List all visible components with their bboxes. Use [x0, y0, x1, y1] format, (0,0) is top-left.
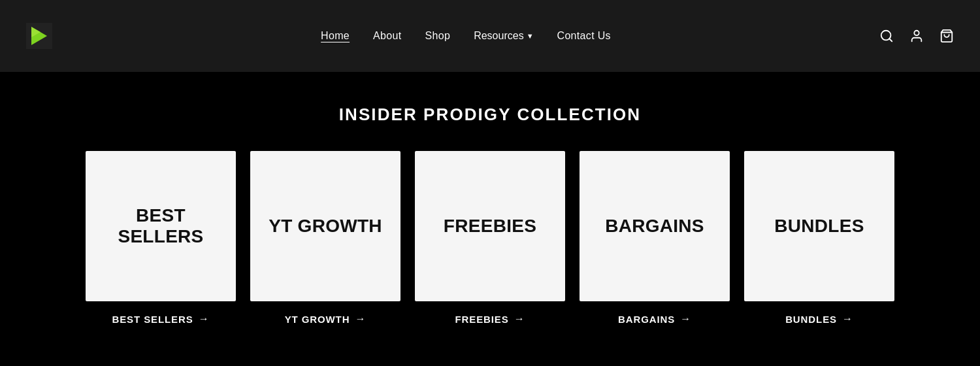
nav-shop[interactable]: Shop: [425, 30, 451, 42]
collection-card-freebies: FREEBIES: [415, 151, 565, 301]
section-title: INSIDER PRODIGY COLLECTION: [52, 105, 928, 125]
main-content: INSIDER PRODIGY COLLECTION BEST SELLERS …: [0, 72, 980, 364]
site-header: Home About Shop Resources ▼ Contact Us: [0, 0, 980, 72]
collection-item-best-sellers[interactable]: BEST SELLERS BEST SELLERS →: [86, 151, 236, 325]
nav-home[interactable]: Home: [321, 30, 350, 42]
collection-link-yt-growth[interactable]: YT GROWTH →: [285, 313, 367, 325]
main-nav: Home About Shop Resources ▼ Contact Us: [321, 30, 611, 42]
search-button[interactable]: [879, 29, 894, 43]
logo[interactable]: [26, 23, 52, 49]
svg-point-5: [914, 31, 919, 35]
collection-link-freebies[interactable]: FREEBIES →: [455, 313, 525, 325]
collection-card-yt-growth: YT GROWTH: [250, 151, 400, 301]
collection-card-bundles: BUNDLES: [744, 151, 894, 301]
arrow-icon: →: [680, 313, 691, 325]
nav-resources[interactable]: Resources ▼: [474, 30, 533, 42]
collection-card-bargains: BARGAINS: [580, 151, 730, 301]
arrow-icon: →: [842, 313, 853, 325]
collection-link-bundles[interactable]: BUNDLES →: [785, 313, 853, 325]
nav-about[interactable]: About: [373, 30, 401, 42]
collection-grid: BEST SELLERS BEST SELLERS → YT GROWTH YT…: [52, 151, 928, 325]
collection-card-best-sellers: BEST SELLERS: [86, 151, 236, 301]
chevron-down-icon: ▼: [527, 32, 534, 40]
arrow-icon: →: [199, 313, 210, 325]
collection-item-bargains[interactable]: BARGAINS BARGAINS →: [580, 151, 730, 325]
collection-item-yt-growth[interactable]: YT GROWTH YT GROWTH →: [250, 151, 400, 325]
arrow-icon: →: [514, 313, 525, 325]
collection-item-bundles[interactable]: BUNDLES BUNDLES →: [744, 151, 894, 325]
arrow-icon: →: [355, 313, 366, 325]
account-button[interactable]: [909, 29, 924, 43]
nav-contact[interactable]: Contact Us: [557, 30, 611, 42]
svg-line-4: [889, 39, 892, 41]
collection-link-best-sellers[interactable]: BEST SELLERS →: [112, 313, 209, 325]
cart-button[interactable]: [939, 29, 954, 43]
header-icons: [879, 29, 954, 43]
collection-item-freebies[interactable]: FREEBIES FREEBIES →: [415, 151, 565, 325]
collection-link-bargains[interactable]: BARGAINS →: [618, 313, 691, 325]
